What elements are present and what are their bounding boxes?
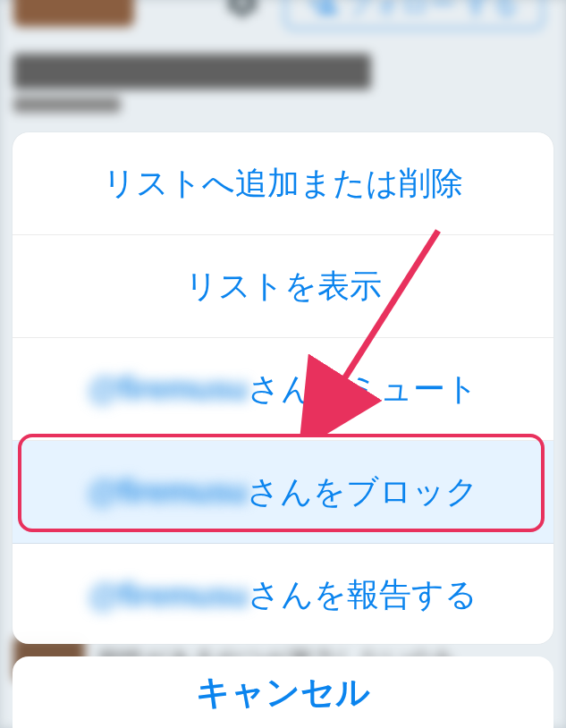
action-sheet: リストへ追加または削除 リストを表示 @firemusuさんをミュート @fir… <box>13 132 553 644</box>
action-add-remove-list[interactable]: リストへ追加または削除 <box>13 132 553 235</box>
redacted-username: @firemusu <box>88 473 247 511</box>
redacted-username: @firemusu <box>88 370 247 408</box>
action-label: さんを報告する <box>248 573 477 617</box>
action-report-user[interactable]: @firemusuさんを報告する <box>13 544 553 644</box>
action-mute-user[interactable]: @firemusuさんをミュート <box>13 338 553 441</box>
cancel-label: キャンセル <box>196 670 370 715</box>
action-show-lists[interactable]: リストを表示 <box>13 235 553 338</box>
redacted-username: @firemusu <box>89 577 248 614</box>
action-label: さんをブロック <box>247 470 478 514</box>
action-label: リストを表示 <box>185 265 382 309</box>
action-label: リストへ追加または削除 <box>103 162 463 206</box>
action-block-user[interactable]: @firemusuさんをブロック <box>13 441 553 544</box>
cancel-button[interactable]: キャンセル <box>13 656 553 728</box>
action-label: さんをミュート <box>248 368 478 411</box>
